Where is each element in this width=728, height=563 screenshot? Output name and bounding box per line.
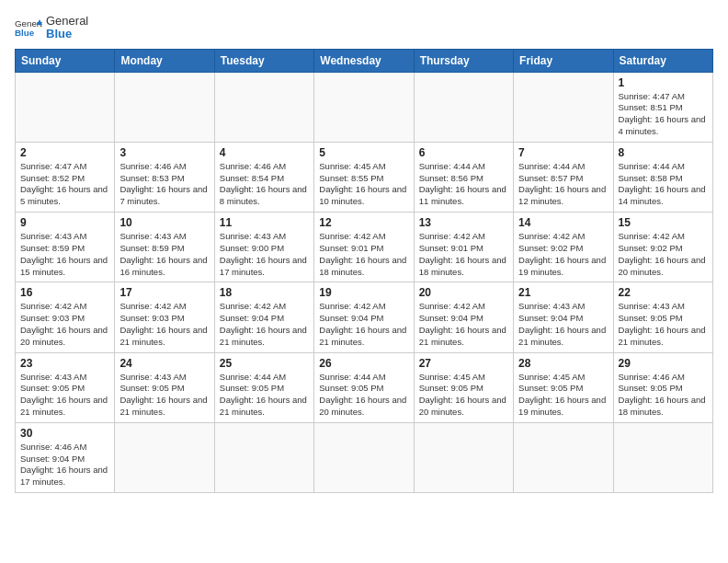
- calendar-cell: 7Sunrise: 4:44 AMSunset: 8:57 PMDaylight…: [514, 142, 613, 212]
- day-number: 17: [119, 286, 209, 299]
- calendar-cell: [214, 72, 313, 142]
- day-info: Sunrise: 4:42 AMSunset: 9:04 PMDaylight:…: [220, 301, 309, 348]
- calendar-cell: 26Sunrise: 4:44 AMSunset: 9:05 PMDayligh…: [314, 352, 414, 422]
- day-number: 27: [419, 357, 508, 370]
- day-info: Sunrise: 4:47 AMSunset: 8:51 PMDaylight:…: [619, 91, 708, 138]
- calendar-cell: 30Sunrise: 4:46 AMSunset: 9:04 PMDayligh…: [16, 422, 115, 492]
- day-info: Sunrise: 4:42 AMSunset: 9:01 PMDaylight:…: [319, 231, 408, 278]
- calendar-week-6: 30Sunrise: 4:46 AMSunset: 9:04 PMDayligh…: [16, 422, 713, 492]
- calendar-week-2: 2Sunrise: 4:47 AMSunset: 8:52 PMDaylight…: [16, 142, 713, 212]
- day-number: 6: [419, 146, 508, 159]
- day-number: 24: [119, 357, 209, 370]
- day-number: 10: [119, 216, 209, 229]
- calendar-week-1: 1Sunrise: 4:47 AMSunset: 8:51 PMDaylight…: [16, 72, 713, 142]
- calendar-cell: 13Sunrise: 4:42 AMSunset: 9:01 PMDayligh…: [414, 213, 513, 282]
- logo-icon: General Blue: [15, 17, 42, 39]
- day-number: 1: [619, 76, 708, 89]
- calendar-cell: 14Sunrise: 4:42 AMSunset: 9:02 PMDayligh…: [514, 213, 613, 282]
- calendar-cell: [16, 72, 115, 142]
- calendar-cell: 6Sunrise: 4:44 AMSunset: 8:56 PMDaylight…: [414, 142, 513, 212]
- day-number: 7: [518, 146, 608, 159]
- day-number: 12: [319, 216, 408, 229]
- weekday-header-friday: Friday: [514, 49, 613, 72]
- calendar-cell: 23Sunrise: 4:43 AMSunset: 9:05 PMDayligh…: [16, 352, 115, 422]
- svg-text:Blue: Blue: [15, 28, 35, 38]
- calendar-cell: [214, 422, 313, 492]
- day-info: Sunrise: 4:43 AMSunset: 8:59 PMDaylight:…: [119, 231, 209, 278]
- day-number: 9: [20, 216, 109, 229]
- calendar-week-3: 9Sunrise: 4:43 AMSunset: 8:59 PMDaylight…: [16, 213, 713, 282]
- day-number: 18: [220, 286, 309, 299]
- calendar-cell: 2Sunrise: 4:47 AMSunset: 8:52 PMDaylight…: [16, 142, 115, 212]
- day-info: Sunrise: 4:44 AMSunset: 8:57 PMDaylight:…: [518, 161, 608, 208]
- day-info: Sunrise: 4:44 AMSunset: 8:58 PMDaylight:…: [619, 161, 708, 208]
- calendar-cell: 5Sunrise: 4:45 AMSunset: 8:55 PMDaylight…: [314, 142, 414, 212]
- weekday-header-sunday: Sunday: [16, 49, 115, 72]
- day-info: Sunrise: 4:45 AMSunset: 9:05 PMDaylight:…: [419, 372, 508, 419]
- day-info: Sunrise: 4:43 AMSunset: 9:05 PMDaylight:…: [619, 301, 708, 348]
- day-number: 25: [220, 357, 309, 370]
- day-number: 4: [220, 146, 309, 159]
- day-info: Sunrise: 4:44 AMSunset: 9:05 PMDaylight:…: [319, 372, 408, 419]
- weekday-header-saturday: Saturday: [613, 49, 712, 72]
- day-info: Sunrise: 4:46 AMSunset: 9:04 PMDaylight:…: [20, 442, 109, 488]
- calendar-cell: [314, 72, 414, 142]
- day-info: Sunrise: 4:44 AMSunset: 8:56 PMDaylight:…: [419, 161, 508, 208]
- calendar-cell: [514, 72, 613, 142]
- calendar-cell: 20Sunrise: 4:42 AMSunset: 9:04 PMDayligh…: [414, 282, 513, 352]
- day-number: 20: [419, 286, 508, 299]
- calendar-cell: 12Sunrise: 4:42 AMSunset: 9:01 PMDayligh…: [314, 213, 414, 282]
- calendar-cell: 22Sunrise: 4:43 AMSunset: 9:05 PMDayligh…: [613, 282, 712, 352]
- day-number: 11: [220, 216, 309, 229]
- calendar-cell: 15Sunrise: 4:42 AMSunset: 9:02 PMDayligh…: [613, 213, 712, 282]
- weekday-header-wednesday: Wednesday: [314, 49, 414, 72]
- day-number: 26: [319, 357, 408, 370]
- day-number: 21: [518, 286, 608, 299]
- weekday-header-tuesday: Tuesday: [214, 49, 313, 72]
- day-number: 23: [20, 357, 109, 370]
- day-number: 19: [319, 286, 408, 299]
- day-number: 3: [119, 146, 209, 159]
- calendar-week-5: 23Sunrise: 4:43 AMSunset: 9:05 PMDayligh…: [16, 352, 713, 422]
- logo-blue-text: Blue: [46, 28, 88, 40]
- day-info: Sunrise: 4:42 AMSunset: 9:03 PMDaylight:…: [20, 301, 109, 348]
- day-number: 15: [619, 216, 708, 229]
- calendar-cell: [414, 422, 513, 492]
- calendar-cell: [115, 422, 214, 492]
- day-info: Sunrise: 4:43 AMSunset: 9:04 PMDaylight:…: [518, 301, 608, 348]
- day-info: Sunrise: 4:43 AMSunset: 9:00 PMDaylight:…: [220, 231, 309, 278]
- calendar-cell: 3Sunrise: 4:46 AMSunset: 8:53 PMDaylight…: [115, 142, 214, 212]
- calendar-cell: 29Sunrise: 4:46 AMSunset: 9:05 PMDayligh…: [613, 352, 712, 422]
- day-info: Sunrise: 4:44 AMSunset: 9:05 PMDaylight:…: [220, 372, 309, 419]
- day-info: Sunrise: 4:42 AMSunset: 9:01 PMDaylight:…: [419, 231, 508, 278]
- calendar-cell: 9Sunrise: 4:43 AMSunset: 8:59 PMDaylight…: [16, 213, 115, 282]
- logo: General Blue General Blue: [15, 15, 88, 41]
- day-info: Sunrise: 4:45 AMSunset: 8:55 PMDaylight:…: [319, 161, 408, 208]
- calendar-header: General Blue General Blue: [15, 15, 713, 41]
- calendar-cell: 11Sunrise: 4:43 AMSunset: 9:00 PMDayligh…: [214, 213, 313, 282]
- day-number: 13: [419, 216, 508, 229]
- day-info: Sunrise: 4:42 AMSunset: 9:04 PMDaylight:…: [319, 301, 408, 348]
- calendar-cell: [514, 422, 613, 492]
- day-info: Sunrise: 4:43 AMSunset: 9:05 PMDaylight:…: [20, 372, 109, 419]
- calendar-cell: 25Sunrise: 4:44 AMSunset: 9:05 PMDayligh…: [214, 352, 313, 422]
- day-number: 14: [518, 216, 608, 229]
- calendar-cell: 17Sunrise: 4:42 AMSunset: 9:03 PMDayligh…: [115, 282, 214, 352]
- weekday-header-thursday: Thursday: [414, 49, 513, 72]
- day-number: 2: [20, 146, 109, 159]
- calendar-cell: [613, 422, 712, 492]
- day-info: Sunrise: 4:43 AMSunset: 9:05 PMDaylight:…: [119, 372, 209, 419]
- calendar-cell: 24Sunrise: 4:43 AMSunset: 9:05 PMDayligh…: [115, 352, 214, 422]
- logo-general-text: General: [46, 15, 88, 28]
- calendar-cell: 4Sunrise: 4:46 AMSunset: 8:54 PMDaylight…: [214, 142, 313, 212]
- day-number: 8: [619, 146, 708, 159]
- day-number: 5: [319, 146, 408, 159]
- calendar-cell: 8Sunrise: 4:44 AMSunset: 8:58 PMDaylight…: [613, 142, 712, 212]
- calendar-cell: 19Sunrise: 4:42 AMSunset: 9:04 PMDayligh…: [314, 282, 414, 352]
- day-number: 16: [20, 286, 109, 299]
- day-number: 29: [619, 357, 708, 370]
- calendar-cell: 1Sunrise: 4:47 AMSunset: 8:51 PMDaylight…: [613, 72, 712, 142]
- calendar-cell: 21Sunrise: 4:43 AMSunset: 9:04 PMDayligh…: [514, 282, 613, 352]
- day-info: Sunrise: 4:42 AMSunset: 9:04 PMDaylight:…: [419, 301, 508, 348]
- calendar-cell: 28Sunrise: 4:45 AMSunset: 9:05 PMDayligh…: [514, 352, 613, 422]
